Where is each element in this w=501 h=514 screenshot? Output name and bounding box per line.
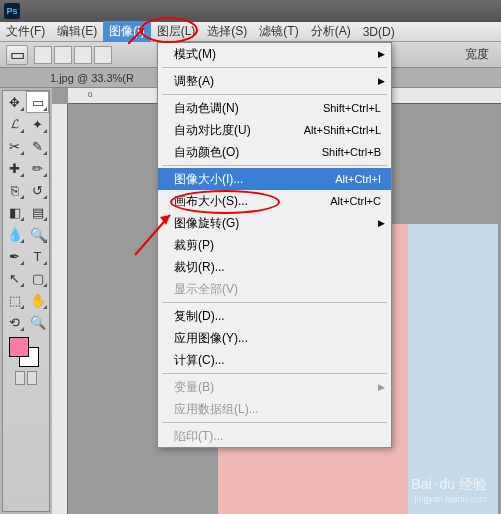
tool-preset-icon[interactable]: ▭ bbox=[6, 45, 28, 65]
menu-calculations[interactable]: 计算(C)... bbox=[158, 349, 391, 371]
menu-auto-contrast[interactable]: 自动对比度(U)Alt+Shift+Ctrl+L bbox=[158, 119, 391, 141]
title-bar: Ps bbox=[0, 0, 501, 22]
tool-eraser[interactable]: ◧ bbox=[3, 201, 26, 223]
menu-edit[interactable]: 编辑(E) bbox=[51, 21, 103, 42]
color-swatches[interactable] bbox=[3, 333, 49, 369]
tool-marquee[interactable]: ▭ bbox=[26, 91, 49, 113]
menu-variables: 变量(B)▶ bbox=[158, 376, 391, 398]
tool-shape[interactable]: ▢ bbox=[26, 267, 49, 289]
menu-select[interactable]: 选择(S) bbox=[201, 21, 253, 42]
watermark: Bai⬝du 经验 jingyan.baidu.com bbox=[411, 476, 487, 504]
tool-blur[interactable]: 💧 bbox=[3, 223, 26, 245]
menu-image-size[interactable]: 图像大小(I)...Alt+Ctrl+I bbox=[158, 168, 391, 190]
image-menu-dropdown: 模式(M)▶ 调整(A)▶ 自动色调(N)Shift+Ctrl+L 自动对比度(… bbox=[157, 42, 392, 448]
tool-dodge[interactable]: 🔍 bbox=[26, 223, 49, 245]
menu-file[interactable]: 文件(F) bbox=[0, 21, 51, 42]
menu-adjustments[interactable]: 调整(A)▶ bbox=[158, 70, 391, 92]
tool-type[interactable]: T bbox=[26, 245, 49, 267]
tool-heal[interactable]: ✚ bbox=[3, 157, 26, 179]
menu-image-rotation[interactable]: 图像旋转(G)▶ bbox=[158, 212, 391, 234]
tool-lasso[interactable]: 𝓛 bbox=[3, 113, 26, 135]
menu-reveal-all: 显示全部(V) bbox=[158, 278, 391, 300]
tool-eyedropper[interactable]: ✎ bbox=[26, 135, 49, 157]
option-width-label: 宽度 bbox=[465, 46, 489, 63]
tool-crop[interactable]: ✂ bbox=[3, 135, 26, 157]
tool-history-brush[interactable]: ↺ bbox=[26, 179, 49, 201]
menu-trap: 陷印(T)... bbox=[158, 425, 391, 447]
menu-image[interactable]: 图像(I) bbox=[103, 21, 150, 42]
tool-gradient[interactable]: ▤ bbox=[26, 201, 49, 223]
fg-color-swatch[interactable] bbox=[9, 337, 29, 357]
menu-analysis[interactable]: 分析(A) bbox=[305, 21, 357, 42]
quickmask-icon[interactable] bbox=[15, 371, 25, 385]
tool-3d[interactable]: ⬚ bbox=[3, 289, 26, 311]
menu-crop[interactable]: 裁剪(P) bbox=[158, 234, 391, 256]
tool-stamp[interactable]: ⎘ bbox=[3, 179, 26, 201]
preset-rect-icon[interactable] bbox=[34, 46, 52, 64]
preset-ellipse-icon[interactable] bbox=[54, 46, 72, 64]
menu-duplicate[interactable]: 复制(D)... bbox=[158, 305, 391, 327]
menu-apply-dataset: 应用数据组(L)... bbox=[158, 398, 391, 420]
marquee-presets bbox=[34, 46, 112, 64]
toolbox: ✥ ▭ 𝓛 ✦ ✂ ✎ ✚ ✏ ⎘ ↺ ◧ ▤ 💧 🔍 ✒ T ↖ ▢ ⬚ ✋ … bbox=[2, 90, 50, 512]
ruler-vertical bbox=[52, 104, 68, 514]
screenmode-icon[interactable] bbox=[27, 371, 37, 385]
menu-mode[interactable]: 模式(M)▶ bbox=[158, 43, 391, 65]
menu-layer[interactable]: 图层(L) bbox=[151, 21, 202, 42]
tool-move[interactable]: ✥ bbox=[3, 91, 26, 113]
tool-pen[interactable]: ✒ bbox=[3, 245, 26, 267]
menu-bar: 文件(F) 编辑(E) 图像(I) 图层(L) 选择(S) 滤镜(T) 分析(A… bbox=[0, 22, 501, 42]
menu-filter[interactable]: 滤镜(T) bbox=[253, 21, 304, 42]
menu-apply-image[interactable]: 应用图像(Y)... bbox=[158, 327, 391, 349]
tool-rotate-view[interactable]: ⟲ bbox=[3, 311, 26, 333]
menu-auto-tone[interactable]: 自动色调(N)Shift+Ctrl+L bbox=[158, 97, 391, 119]
tool-brush[interactable]: ✏ bbox=[26, 157, 49, 179]
menu-canvas-size[interactable]: 画布大小(S)...Alt+Ctrl+C bbox=[158, 190, 391, 212]
tool-path[interactable]: ↖ bbox=[3, 267, 26, 289]
preset-col-icon[interactable] bbox=[94, 46, 112, 64]
menu-trim[interactable]: 裁切(R)... bbox=[158, 256, 391, 278]
screen-modes bbox=[3, 369, 49, 387]
app-logo: Ps bbox=[4, 3, 20, 19]
preset-row-icon[interactable] bbox=[74, 46, 92, 64]
tool-zoom[interactable]: 🔍 bbox=[26, 311, 49, 333]
menu-3d[interactable]: 3D(D) bbox=[357, 23, 401, 41]
tool-hand[interactable]: ✋ bbox=[26, 289, 49, 311]
tool-wand[interactable]: ✦ bbox=[26, 113, 49, 135]
menu-auto-color[interactable]: 自动颜色(O)Shift+Ctrl+B bbox=[158, 141, 391, 163]
document-tab[interactable]: 1.jpg @ 33.3%(R bbox=[50, 72, 134, 84]
